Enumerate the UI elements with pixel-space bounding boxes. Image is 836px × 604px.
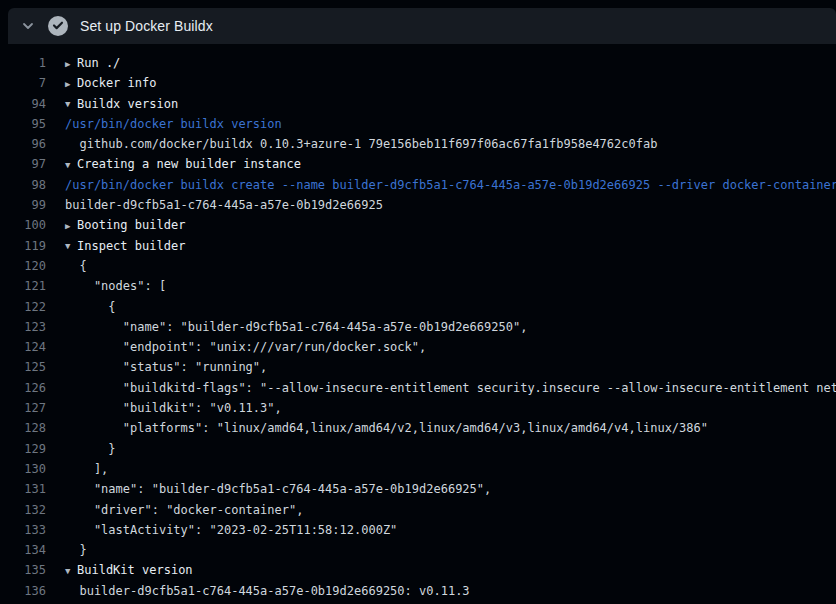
- check-circle-icon: [48, 16, 68, 36]
- line-number[interactable]: 124: [0, 337, 46, 357]
- group-expanded-icon[interactable]: ▼: [65, 155, 77, 175]
- log-group-row[interactable]: 135▼BuildKit version: [0, 560, 836, 580]
- line-number[interactable]: 133: [0, 520, 46, 540]
- step-header[interactable]: Set up Docker Buildx: [8, 8, 836, 44]
- log-text: "buildkit": "v0.11.3",: [65, 398, 282, 418]
- log-text: "nodes": [: [65, 276, 166, 296]
- log-line: 124 "endpoint": "unix:///var/run/docker.…: [0, 337, 836, 357]
- line-number[interactable]: 99: [0, 195, 46, 215]
- line-number[interactable]: 119: [0, 236, 46, 256]
- line-number[interactable]: 122: [0, 297, 46, 317]
- line-number[interactable]: 121: [0, 276, 46, 296]
- line-number[interactable]: 129: [0, 439, 46, 459]
- log-text: github.com/docker/buildx 0.10.3+azure-1 …: [65, 134, 657, 154]
- log-command-text: /usr/bin/docker buildx create --name bui…: [65, 175, 836, 195]
- group-title: Creating a new builder instance: [77, 157, 301, 171]
- line-number[interactable]: 126: [0, 378, 46, 398]
- log-text: }: [65, 540, 87, 560]
- log-text: builder-d9cfb5a1-c764-445a-a57e-0b19d2e6…: [65, 195, 383, 215]
- line-number[interactable]: 132: [0, 500, 46, 520]
- group-title: Docker info: [77, 76, 156, 90]
- log-group-row[interactable]: 97▼Creating a new builder instance: [0, 154, 836, 174]
- log-line: 136 builder-d9cfb5a1-c764-445a-a57e-0b19…: [0, 581, 836, 601]
- line-number[interactable]: 131: [0, 479, 46, 499]
- log-text: "lastActivity": "2023-02-25T11:58:12.000…: [65, 520, 397, 540]
- log-text: {: [65, 297, 116, 317]
- log-line: 133 "lastActivity": "2023-02-25T11:58:12…: [0, 520, 836, 540]
- log-line: 99builder-d9cfb5a1-c764-445a-a57e-0b19d2…: [0, 195, 836, 215]
- chevron-down-icon[interactable]: [21, 19, 35, 33]
- log-group-content[interactable]: ▶Run ./: [65, 53, 120, 73]
- log-command-text: /usr/bin/docker buildx version: [65, 114, 282, 134]
- line-number[interactable]: 120: [0, 256, 46, 276]
- line-number[interactable]: 97: [0, 154, 46, 174]
- line-number[interactable]: 94: [0, 94, 46, 114]
- log-line: 129 }: [0, 439, 836, 459]
- log-line: 125 "status": "running",: [0, 357, 836, 377]
- log-line: 95/usr/bin/docker buildx version: [0, 114, 836, 134]
- group-expanded-icon[interactable]: ▼: [65, 236, 77, 256]
- log-line: 127 "buildkit": "v0.11.3",: [0, 398, 836, 418]
- group-expanded-icon[interactable]: ▼: [65, 561, 77, 581]
- log-text: "name": "builder-d9cfb5a1-c764-445a-a57e…: [65, 317, 527, 337]
- log-text: ],: [65, 459, 108, 479]
- line-number[interactable]: 127: [0, 398, 46, 418]
- log-text: builder-d9cfb5a1-c764-445a-a57e-0b19d2e6…: [65, 581, 470, 601]
- log-text: "status": "running",: [65, 357, 267, 377]
- log-group-row[interactable]: 94▼Buildx version: [0, 94, 836, 114]
- log-line: 98/usr/bin/docker buildx create --name b…: [0, 175, 836, 195]
- log-line: 131 "name": "builder-d9cfb5a1-c764-445a-…: [0, 479, 836, 499]
- line-number[interactable]: 7: [0, 73, 46, 93]
- log-line: 123 "name": "builder-d9cfb5a1-c764-445a-…: [0, 317, 836, 337]
- log-text: "endpoint": "unix:///var/run/docker.sock…: [65, 337, 426, 357]
- log-group-content[interactable]: ▼BuildKit version: [65, 560, 193, 580]
- log-line: 121 "nodes": [: [0, 276, 836, 296]
- log-text: "buildkitd-flags": "--allow-insecure-ent…: [65, 378, 836, 398]
- line-number[interactable]: 136: [0, 581, 46, 601]
- log-line: 128 "platforms": "linux/amd64,linux/amd6…: [0, 418, 836, 438]
- step-title: Set up Docker Buildx: [80, 18, 213, 34]
- log-group-row[interactable]: 100▶Booting builder: [0, 215, 836, 235]
- log-text: "platforms": "linux/amd64,linux/amd64/v2…: [65, 418, 708, 438]
- line-number[interactable]: 100: [0, 215, 46, 235]
- log-group-content[interactable]: ▼Inspect builder: [65, 236, 185, 256]
- log-group-content[interactable]: ▼Creating a new builder instance: [65, 154, 301, 174]
- log-line: 126 "buildkitd-flags": "--allow-insecure…: [0, 378, 836, 398]
- group-title: Inspect builder: [77, 239, 185, 253]
- line-number[interactable]: 123: [0, 317, 46, 337]
- line-number[interactable]: 1: [0, 53, 46, 73]
- group-collapsed-icon[interactable]: ▶: [65, 216, 77, 236]
- line-number[interactable]: 96: [0, 134, 46, 154]
- log-line: 96 github.com/docker/buildx 0.10.3+azure…: [0, 134, 836, 154]
- log-lines: 1▶Run ./7▶Docker info94▼Buildx version95…: [0, 53, 836, 604]
- group-title: Booting builder: [77, 218, 185, 232]
- log-line: 134 }: [0, 540, 836, 560]
- group-title: BuildKit version: [77, 563, 193, 577]
- line-number[interactable]: 125: [0, 357, 46, 377]
- group-title: Buildx version: [77, 97, 178, 111]
- log-text: "name": "builder-d9cfb5a1-c764-445a-a57e…: [65, 479, 491, 499]
- log-group-row[interactable]: 1▶Run ./: [0, 53, 836, 73]
- log-line: 120 {: [0, 256, 836, 276]
- log-group-content[interactable]: ▶Docker info: [65, 73, 156, 93]
- log-group-row[interactable]: 119▼Inspect builder: [0, 236, 836, 256]
- log-group-row[interactable]: 7▶Docker info: [0, 73, 836, 93]
- log-group-content[interactable]: ▶Booting builder: [65, 215, 185, 235]
- group-expanded-icon[interactable]: ▼: [65, 94, 77, 114]
- log-text: "driver": "docker-container",: [65, 500, 303, 520]
- log-line: 132 "driver": "docker-container",: [0, 500, 836, 520]
- log-text: {: [65, 256, 87, 276]
- line-number[interactable]: 130: [0, 459, 46, 479]
- group-title: Run ./: [77, 56, 120, 70]
- group-collapsed-icon[interactable]: ▶: [65, 74, 77, 94]
- line-number[interactable]: 98: [0, 175, 46, 195]
- log-group-content[interactable]: ▼Buildx version: [65, 94, 178, 114]
- log-line: 130 ],: [0, 459, 836, 479]
- group-collapsed-icon[interactable]: ▶: [65, 54, 77, 74]
- line-number[interactable]: 135: [0, 560, 46, 580]
- log-text: }: [65, 439, 116, 459]
- line-number[interactable]: 134: [0, 540, 46, 560]
- line-number[interactable]: 95: [0, 114, 46, 134]
- line-number[interactable]: 128: [0, 418, 46, 438]
- log-line: 122 {: [0, 297, 836, 317]
